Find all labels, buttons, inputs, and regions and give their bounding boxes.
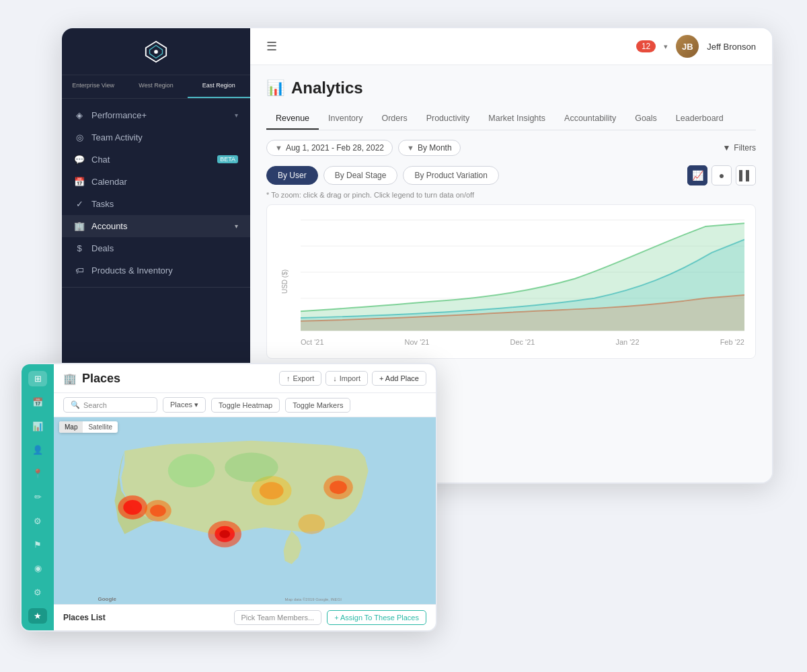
places-sidebar-map-icon[interactable]: 📍: [28, 466, 47, 481]
tab-productivity[interactable]: Productivity: [417, 108, 479, 130]
places-sidebar-edit-icon[interactable]: ✏: [28, 489, 47, 505]
places-sidebar-calendar-icon[interactable]: 📅: [28, 394, 47, 410]
export-button[interactable]: ↑ Export: [279, 371, 321, 386]
tab-accountability[interactable]: Accountability: [555, 108, 625, 130]
toggle-markers-button[interactable]: Toggle Markers: [285, 398, 350, 413]
products-icon: 🏷: [74, 265, 85, 276]
filters-button[interactable]: ▼ Filters: [722, 143, 756, 153]
map-tab[interactable]: Map: [59, 421, 83, 433]
period-filter-chip[interactable]: ▼ By Month: [398, 140, 461, 156]
filter-icon: ▼: [275, 144, 282, 152]
svg-point-13: [123, 500, 142, 515]
search-box[interactable]: 🔍 Search: [63, 397, 157, 413]
accounts-icon: 🏢: [74, 221, 85, 231]
import-icon: ↓: [333, 374, 337, 382]
places-content: 🏢 Places ↑ Export ↓ Import + Add Place: [54, 364, 436, 630]
search-placeholder: Search: [83, 401, 107, 409]
sidebar-item-calendar[interactable]: 📅 Calendar: [62, 171, 250, 193]
sidebar-item-products[interactable]: 🏷 Products & Inventory: [62, 259, 250, 282]
x-label-oct: Oct '21: [301, 338, 324, 346]
beta-badge: BETA: [217, 155, 238, 163]
svg-point-23: [298, 514, 325, 534]
pie-chart-icon[interactable]: ●: [712, 165, 732, 185]
svg-point-18: [219, 530, 230, 538]
calendar-icon: 📅: [74, 177, 85, 187]
places-sidebar-flag-icon[interactable]: ⚑: [28, 537, 47, 552]
svg-point-15: [150, 505, 166, 517]
bar-chart-icon[interactable]: ▌▌: [736, 165, 756, 185]
x-label-nov: Nov '21: [405, 338, 430, 346]
pin-icon: ◎: [74, 132, 85, 142]
view-by-product-button[interactable]: By Product Variation: [403, 166, 499, 185]
svg-point-24: [168, 454, 215, 488]
tab-revenue[interactable]: Revenue: [266, 108, 319, 130]
view-options-row: By User By Deal Stage By Product Variati…: [266, 165, 756, 185]
svg-point-2: [154, 50, 158, 54]
x-axis-labels: Oct '21 Nov '21 Dec '21 Jan '22 Feb '22: [301, 338, 744, 346]
us-heatmap-svg: Google Map data ©2019 Google, INEGI: [54, 417, 436, 604]
places-sidebar-marker-icon[interactable]: ◉: [28, 560, 47, 576]
places-sidebar-star-icon[interactable]: ★: [28, 608, 47, 624]
topbar-right: 12 ▾ JB Jeff Bronson: [636, 35, 756, 58]
tab-market-insights[interactable]: Market Insights: [479, 108, 555, 130]
sidebar-item-chat[interactable]: 💬 Chat BETA: [62, 149, 250, 171]
line-chart-icon[interactable]: 📈: [687, 165, 707, 185]
tab-leaderboard[interactable]: Leaderboard: [666, 108, 733, 130]
places-title: Places: [82, 372, 120, 386]
places-actions: ↑ Export ↓ Import + Add Place: [279, 371, 426, 386]
x-label-feb: Feb '22: [720, 338, 744, 346]
places-sidebar-users-icon[interactable]: 👤: [28, 442, 47, 458]
svg-text:Google: Google: [98, 596, 117, 602]
places-sidebar-settings-icon[interactable]: ⚙: [28, 513, 47, 529]
sidebar-item-accounts[interactable]: 🏢 Accounts ▾: [62, 215, 250, 237]
accounts-chevron-icon: ▾: [235, 222, 238, 230]
tab-goals[interactable]: Goals: [625, 108, 666, 130]
assign-places-button[interactable]: + Assign To These Places: [327, 610, 426, 625]
x-label-jan: Jan '22: [615, 338, 639, 346]
period-filter-label: By Month: [418, 143, 452, 153]
svg-point-25: [225, 453, 278, 482]
region-enterprise[interactable]: Enterprise View: [62, 75, 124, 98]
tab-orders[interactable]: Orders: [372, 108, 416, 130]
sidebar-item-performance[interactable]: ◈ Performance+ ▾: [62, 104, 250, 126]
places-dropdown-button[interactable]: Places ▾: [163, 397, 206, 413]
logo-icon: [143, 39, 169, 65]
svg-text:Map data ©2019 Google, INEGI: Map data ©2019 Google, INEGI: [285, 597, 342, 601]
sidebar-logo: [62, 28, 250, 75]
map-container: Map Satellite: [54, 417, 436, 604]
page-title-row: 📊 Analytics: [266, 79, 756, 97]
view-by-user-button[interactable]: By User: [266, 166, 318, 185]
import-button[interactable]: ↓ Import: [325, 371, 368, 386]
region-west[interactable]: West Region: [124, 75, 187, 98]
svg-point-22: [330, 480, 347, 494]
chevron-icon: ▾: [235, 112, 238, 119]
chart-type-icons: 📈 ● ▌▌: [687, 165, 756, 185]
places-sidebar-home-icon[interactable]: ⊞: [28, 371, 47, 386]
tab-inventory[interactable]: Inventory: [319, 108, 372, 130]
places-list-footer: Places List Pick Team Members... + Assig…: [54, 604, 436, 630]
add-place-button[interactable]: + Add Place: [372, 371, 426, 386]
filters-row: ▼ Aug 1, 2021 - Feb 28, 2022 ▼ By Month …: [266, 140, 756, 156]
pick-team-button[interactable]: Pick Team Members...: [234, 610, 322, 625]
places-frame: ⊞ 📅 📊 👤 📍 ✏ ⚙ ⚑ ◉ ⚙ ★ 🏢 Places ↑: [20, 363, 437, 632]
analytics-tabs: Revenue Inventory Orders Productivity Ma…: [266, 108, 756, 130]
notif-chevron-icon: ▾: [664, 42, 668, 51]
page-title: Analytics: [291, 79, 363, 97]
places-list-label: Places List: [63, 613, 227, 622]
y-axis-label: USD ($): [281, 269, 289, 294]
x-label-dec: Dec '21: [510, 338, 535, 346]
date-filter-chip[interactable]: ▼ Aug 1, 2021 - Feb 28, 2022: [266, 140, 393, 156]
satellite-tab[interactable]: Satellite: [83, 421, 118, 433]
hamburger-button[interactable]: ☰: [266, 39, 277, 54]
sidebar-item-deals[interactable]: $ Deals: [62, 237, 250, 259]
toggle-heatmap-button[interactable]: Toggle Heatmap: [211, 398, 280, 413]
sidebar-item-team-activity[interactable]: ◎ Team Activity: [62, 126, 250, 149]
search-icon: 🔍: [71, 401, 80, 409]
region-east[interactable]: East Region: [188, 75, 250, 98]
sidebar-item-tasks[interactable]: ✓ Tasks: [62, 193, 250, 215]
places-sidebar-gear-icon[interactable]: ⚙: [28, 584, 47, 599]
period-filter-icon: ▼: [407, 144, 414, 152]
places-sidebar-chart-icon[interactable]: 📊: [28, 419, 47, 434]
notifications-badge[interactable]: 12: [636, 40, 656, 52]
view-by-deal-stage-button[interactable]: By Deal Stage: [323, 166, 398, 185]
